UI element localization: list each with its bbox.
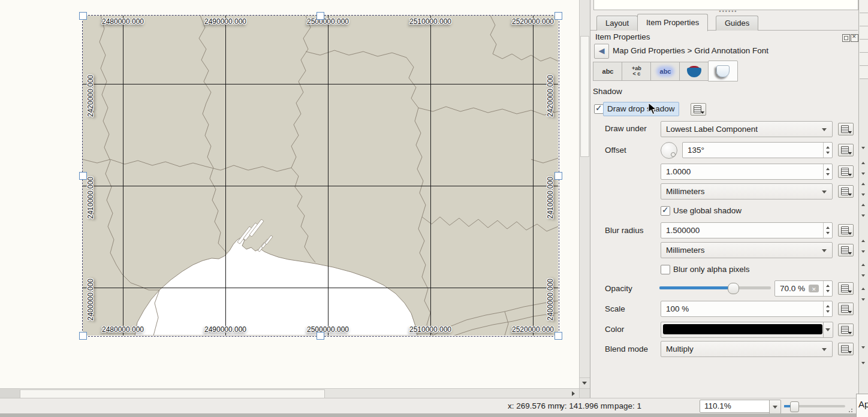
data-defined-override-button[interactable]: [691, 103, 706, 116]
zoom-slider-handle[interactable]: [790, 401, 799, 412]
selection-handle-sw[interactable]: [79, 332, 87, 340]
tab-background[interactable]: [679, 62, 709, 81]
formatting-tab-icon: +ab< c: [632, 66, 641, 77]
data-defined-override-button[interactable]: [838, 282, 854, 295]
hscroll-thumb[interactable]: [20, 389, 325, 398]
blend-mode-combo[interactable]: Multiply: [661, 341, 833, 357]
spin-buttons[interactable]: [823, 143, 832, 158]
data-defined-override-button[interactable]: [838, 123, 854, 135]
data-defined-override-button[interactable]: [838, 343, 854, 355]
grid-annotation: 2500000.000: [307, 17, 349, 26]
offset-label: Offset: [605, 146, 626, 155]
use-global-shadow-label[interactable]: Use global shadow: [673, 206, 742, 215]
offset-units-combo[interactable]: Millimeters: [661, 183, 833, 200]
tab-item-properties[interactable]: Item Properties: [637, 14, 708, 31]
clear-value-icon[interactable]: [809, 285, 819, 292]
color-dropdown-arrow[interactable]: [823, 322, 833, 337]
canvas-vertical-scrollbar[interactable]: [579, 0, 590, 388]
blur-only-alpha-label[interactable]: Blur only alpha pixels: [673, 265, 750, 274]
offset-angle-dial[interactable]: [661, 142, 677, 159]
tab-shadow[interactable]: [708, 61, 738, 81]
data-defined-override-button[interactable]: [838, 244, 854, 256]
data-defined-override-button[interactable]: [838, 165, 854, 178]
tab-layout[interactable]: Layout: [596, 16, 638, 31]
selection-handle-n[interactable]: [317, 12, 324, 20]
canvas-horizontal-scrollbar[interactable]: [0, 388, 579, 398]
selection-handle-w[interactable]: [79, 172, 87, 180]
breadcrumb: Map Grid Properties > Grid Annotation Fo…: [613, 46, 768, 55]
clipped-apply-text: Ap: [856, 394, 868, 417]
data-defined-override-button[interactable]: [838, 144, 854, 156]
section-title: Shadow: [593, 87, 622, 96]
float-panel-icon[interactable]: [842, 34, 850, 42]
mouse-cursor: [648, 102, 656, 115]
hscroll-left-block[interactable]: [0, 389, 20, 398]
window-bottom-edge: [0, 413, 868, 417]
grid-annotation: 2520000.000: [512, 17, 554, 26]
blur-radius-spinbox[interactable]: 1.500000: [661, 222, 833, 238]
grid-annotation: 2400000.000: [546, 279, 554, 321]
spin-buttons[interactable]: [823, 301, 832, 316]
buffer-tab-icon: abc: [658, 68, 673, 75]
grid-annotation: 2420000.000: [86, 75, 95, 117]
blur-units-combo[interactable]: Millimeters: [661, 242, 833, 258]
selection-handle-ne[interactable]: [554, 12, 562, 20]
cursor-y-readout: y: 141.996 mm: [560, 401, 614, 410]
close-panel-icon[interactable]: [851, 34, 858, 42]
resize-grip[interactable]: [846, 409, 852, 413]
back-button[interactable]: [594, 44, 609, 59]
data-defined-override-button[interactable]: [838, 185, 854, 198]
grid-annotation: 2510000.000: [409, 325, 451, 334]
data-defined-override-button[interactable]: [838, 303, 854, 315]
text-tab-icon: abc: [602, 68, 614, 75]
grid-annotation: 2410000.000: [546, 177, 554, 219]
map-item[interactable]: 2480000.000 2490000.000 2500000.000 2510…: [83, 16, 558, 336]
spin-buttons[interactable]: [823, 281, 832, 296]
vscroll-thumb[interactable]: [580, 36, 589, 157]
shadow-tab-icon: [716, 65, 730, 77]
grid-annotation: 2420000.000: [546, 75, 554, 117]
layout-canvas[interactable]: 2480000.000 2490000.000 2500000.000 2510…: [0, 0, 590, 398]
splitter-handle[interactable]: ••••••: [710, 8, 746, 13]
status-bar: x: 269.576 mm y: 141.996 mm page: 1 110.…: [0, 398, 868, 414]
grid-annotation: 2510000.000: [409, 17, 451, 26]
item-properties-panel: •••••• Layout Item Properties Guides Ite…: [590, 0, 858, 398]
tab-formatting[interactable]: +ab< c: [622, 62, 651, 81]
grid-annotation: 2400000.000: [86, 279, 95, 321]
selection-handle-s[interactable]: [317, 332, 324, 340]
opacity-slider-handle[interactable]: [728, 283, 739, 294]
zoom-dropdown-button[interactable]: [769, 400, 781, 414]
selection-handle-nw[interactable]: [79, 12, 87, 20]
scale-spinbox[interactable]: 100 %: [661, 301, 833, 317]
scroll-down-button[interactable]: [579, 377, 590, 389]
opacity-label: Opacity: [605, 284, 632, 293]
scrollbar-corner: [579, 388, 590, 398]
data-defined-override-button[interactable]: [838, 224, 854, 237]
zoom-level-input[interactable]: 110.1%: [700, 400, 774, 413]
tab-buffer[interactable]: abc: [650, 62, 680, 81]
data-defined-override-button[interactable]: [838, 324, 854, 336]
selection-handle-se[interactable]: [554, 332, 562, 340]
shadow-color-button[interactable]: [661, 322, 833, 338]
scroll-right-button[interactable]: [568, 388, 579, 398]
spin-buttons[interactable]: [823, 164, 832, 179]
draw-under-label: Draw under: [605, 124, 647, 133]
use-global-shadow-checkbox[interactable]: [661, 206, 670, 216]
selection-handle-e[interactable]: [554, 172, 562, 180]
grid-annotation: 2490000.000: [204, 17, 246, 26]
tab-guides[interactable]: Guides: [716, 16, 758, 31]
blur-only-alpha-checkbox[interactable]: [661, 265, 670, 274]
grid-annotation: 2410000.000: [86, 177, 95, 219]
opacity-spinbox[interactable]: 70.0 %: [774, 280, 833, 297]
draw-drop-shadow-checkbox[interactable]: [594, 104, 604, 114]
opacity-slider[interactable]: [659, 286, 771, 289]
draw-under-combo[interactable]: Lowest Label Component: [661, 121, 833, 137]
spin-buttons[interactable]: [823, 223, 832, 238]
tab-text[interactable]: abc: [593, 62, 622, 81]
offset-distance-spinbox[interactable]: 1.0000: [661, 164, 833, 180]
draw-drop-shadow-label[interactable]: Draw drop shadow: [603, 102, 679, 116]
cursor-x-readout: x: 269.576 mm: [508, 401, 561, 410]
grid-annotation: 2490000.000: [204, 325, 246, 334]
zoom-slider[interactable]: [784, 405, 845, 407]
offset-angle-spinbox[interactable]: 135°: [682, 142, 833, 158]
